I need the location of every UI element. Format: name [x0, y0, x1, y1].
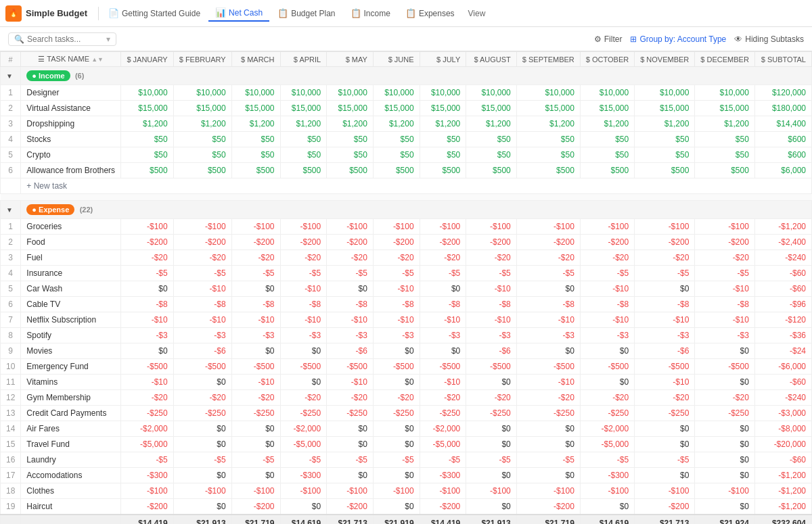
row-cell[interactable]: -$8: [635, 297, 695, 312]
row-cell[interactable]: -$5: [327, 266, 374, 281]
row-cell[interactable]: -$100: [121, 219, 174, 235]
row-cell[interactable]: $500: [420, 163, 466, 178]
row-cell[interactable]: $1,200: [231, 116, 280, 132]
row-cell[interactable]: -$10: [231, 312, 280, 328]
row-cell[interactable]: -$200: [280, 235, 327, 250]
row-cell[interactable]: $0: [327, 421, 374, 437]
row-cell[interactable]: -$100: [420, 483, 466, 499]
row-cell[interactable]: $500: [121, 163, 174, 178]
row-cell[interactable]: $15,000: [516, 101, 580, 116]
row-cell[interactable]: -$10: [695, 312, 755, 328]
row-cell[interactable]: -$10: [373, 281, 420, 297]
row-cell[interactable]: -$5: [173, 452, 231, 468]
row-cell[interactable]: $500: [231, 163, 280, 178]
row-cell[interactable]: -$20: [373, 250, 420, 266]
row-name[interactable]: Vitamins: [21, 375, 121, 390]
tab-income[interactable]: 📋 Income: [344, 5, 397, 21]
row-cell[interactable]: -$10: [466, 281, 517, 297]
row-cell[interactable]: -$5: [173, 266, 231, 281]
row-cell[interactable]: $1,200: [327, 116, 374, 132]
row-cell[interactable]: -$8: [580, 297, 634, 312]
row-name[interactable]: Laundry: [21, 452, 121, 468]
row-cell[interactable]: $10,000: [695, 85, 755, 101]
row-cell[interactable]: -$5,000: [420, 437, 466, 452]
row-cell[interactable]: -$8: [466, 297, 517, 312]
row-cell[interactable]: -$300: [121, 468, 174, 483]
row-cell[interactable]: $1,200: [280, 116, 327, 132]
row-name[interactable]: Cable TV: [21, 297, 121, 312]
tab-net-cash[interactable]: 📊 Net Cash: [208, 5, 269, 22]
row-cell[interactable]: -$250: [231, 406, 280, 421]
row-cell[interactable]: -$5: [121, 452, 174, 468]
row-cell[interactable]: $50: [580, 132, 634, 147]
row-cell[interactable]: $10,000: [173, 85, 231, 101]
row-name[interactable]: Air Fares: [21, 421, 121, 437]
row-cell[interactable]: $50: [121, 132, 174, 147]
row-cell[interactable]: -$20: [173, 390, 231, 406]
row-cell[interactable]: -$5,000: [580, 437, 634, 452]
row-cell[interactable]: $0: [466, 421, 517, 437]
row-cell[interactable]: -$100: [173, 219, 231, 235]
row-cell[interactable]: -$500: [420, 359, 466, 375]
row-cell[interactable]: -$200: [516, 235, 580, 250]
row-cell[interactable]: -$10: [280, 281, 327, 297]
row-cell[interactable]: $50: [580, 147, 634, 163]
row-cell[interactable]: -$5: [466, 266, 517, 281]
row-cell[interactable]: $0: [695, 437, 755, 452]
row-cell[interactable]: -$3: [420, 328, 466, 343]
row-cell[interactable]: $50: [373, 132, 420, 147]
row-cell[interactable]: -$500: [280, 359, 327, 375]
row-cell[interactable]: -$250: [420, 406, 466, 421]
row-cell[interactable]: -$5: [373, 266, 420, 281]
row-cell[interactable]: -$10: [580, 281, 634, 297]
row-cell[interactable]: $500: [280, 163, 327, 178]
row-cell[interactable]: -$5: [420, 452, 466, 468]
row-cell[interactable]: $0: [516, 421, 580, 437]
row-name[interactable]: Stocks: [21, 132, 121, 147]
col-header-name[interactable]: ☰ TASK NAME ▲▼: [21, 52, 121, 67]
row-cell[interactable]: -$6: [635, 343, 695, 359]
row-cell[interactable]: -$100: [516, 219, 580, 235]
row-cell[interactable]: -$100: [420, 219, 466, 235]
row-cell[interactable]: $0: [231, 281, 280, 297]
row-cell[interactable]: $0: [466, 375, 517, 390]
row-cell[interactable]: $0: [466, 499, 517, 515]
new-task-income[interactable]: + New task: [1, 178, 812, 194]
row-name[interactable]: Travel Fund: [21, 437, 121, 452]
row-cell[interactable]: $0: [121, 281, 174, 297]
row-cell[interactable]: $0: [327, 437, 374, 452]
row-cell[interactable]: -$5: [580, 266, 634, 281]
row-cell[interactable]: -$8: [327, 297, 374, 312]
row-cell[interactable]: -$250: [695, 406, 755, 421]
row-cell[interactable]: -$5: [635, 266, 695, 281]
row-cell[interactable]: $0: [373, 421, 420, 437]
row-cell[interactable]: -$5,000: [280, 437, 327, 452]
row-cell[interactable]: $500: [173, 163, 231, 178]
row-name[interactable]: Gym Membership: [21, 390, 121, 406]
row-cell[interactable]: -$10: [695, 281, 755, 297]
row-cell[interactable]: -$20: [466, 250, 517, 266]
row-cell[interactable]: -$100: [173, 483, 231, 499]
row-cell[interactable]: -$6: [466, 343, 517, 359]
row-cell[interactable]: $0: [466, 468, 517, 483]
row-cell[interactable]: $0: [280, 343, 327, 359]
row-cell[interactable]: -$5: [121, 266, 174, 281]
row-cell[interactable]: $0: [420, 343, 466, 359]
row-cell[interactable]: -$5: [635, 452, 695, 468]
row-cell[interactable]: $0: [280, 499, 327, 515]
row-cell[interactable]: -$5: [420, 266, 466, 281]
tab-budget-plan[interactable]: 📋 Budget Plan: [271, 5, 342, 21]
row-cell[interactable]: -$3: [580, 328, 634, 343]
row-name[interactable]: Spotify: [21, 328, 121, 343]
row-cell[interactable]: -$250: [466, 406, 517, 421]
row-cell[interactable]: -$5: [466, 452, 517, 468]
row-name[interactable]: Insurance: [21, 266, 121, 281]
row-cell[interactable]: -$500: [466, 359, 517, 375]
row-cell[interactable]: -$8: [373, 297, 420, 312]
expense-chevron[interactable]: ▼: [1, 201, 21, 219]
row-cell[interactable]: -$20: [695, 390, 755, 406]
row-cell[interactable]: -$8: [231, 297, 280, 312]
row-name[interactable]: Accomodations: [21, 468, 121, 483]
row-cell[interactable]: -$8: [173, 297, 231, 312]
row-cell[interactable]: -$500: [635, 359, 695, 375]
